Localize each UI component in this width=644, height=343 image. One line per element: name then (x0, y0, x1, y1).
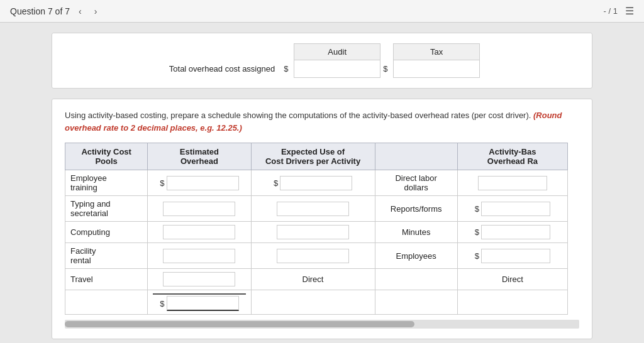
dollar-est-employee: $ (160, 178, 164, 188)
cell-rate-facility: $ (457, 243, 567, 269)
top-bar-right: - / 1 ☰ (604, 5, 634, 17)
activity-table-wrapper: Activity Cost Pools Estimated Overhead E… (65, 143, 579, 315)
input-rate-employee[interactable] (478, 176, 547, 190)
driver-facility: Employees (375, 243, 457, 269)
input-total[interactable] (167, 296, 239, 311)
input-rate-computing[interactable] (481, 225, 550, 239)
header-driver (375, 143, 457, 170)
scrollbar-thumb (65, 321, 414, 327)
input-rate-facility[interactable] (481, 249, 550, 263)
cell-est-computing (148, 222, 251, 243)
main-content: Audit Tax Total overhead cost assigned $… (0, 23, 644, 343)
audit-input[interactable] (296, 62, 378, 75)
input-exp-facility[interactable] (277, 249, 349, 263)
row-label-employee: Employeetraining (65, 170, 148, 196)
col-audit-header: Audit (294, 44, 380, 60)
page-info: - / 1 (604, 6, 618, 16)
table-row: Travel Direct Direct (65, 269, 568, 290)
dollar-rate-computing: $ (475, 227, 479, 237)
overhead-table: Audit Tax Total overhead cost assigned $… (164, 43, 480, 78)
driver-computing: Minutes (375, 222, 457, 243)
overhead-row-label: Total overhead cost assigned (164, 60, 281, 78)
dollar-sign-tax: $ (383, 64, 387, 74)
row-label-facility: Facilityrental (65, 243, 148, 269)
list-icon[interactable]: ☰ (625, 5, 634, 17)
table-row: Typing andsecretarial Reports/forms (65, 196, 568, 222)
question-title: Question 7 of 7 (10, 6, 70, 16)
top-bar-left: Question 7 of 7 ‹ › (10, 5, 101, 18)
activity-card: Using activity-based costing, prepare a … (52, 99, 592, 339)
dollar-rate-typing: $ (475, 204, 479, 214)
next-button[interactable]: › (91, 5, 101, 18)
activity-table: Activity Cost Pools Estimated Overhead E… (65, 143, 568, 315)
input-est-typing[interactable] (163, 202, 235, 216)
dollar-exp-employee: $ (274, 178, 278, 188)
row-label-travel: Travel (65, 269, 148, 290)
header-activity: Activity Cost Pools (65, 143, 148, 170)
cell-rate-computing: $ (457, 222, 567, 243)
row-label-typing: Typing andsecretarial (65, 196, 148, 222)
horizontal-scrollbar[interactable] (65, 320, 579, 329)
cell-rate-employee (457, 170, 567, 196)
table-row: Computing Minutes (65, 222, 568, 243)
input-est-employee[interactable] (167, 176, 239, 190)
cell-est-travel (148, 269, 251, 290)
cell-exp-travel: Direct (251, 269, 375, 290)
cell-exp-computing (251, 222, 375, 243)
cell-rate-travel: Direct (457, 269, 567, 290)
input-est-computing[interactable] (163, 225, 235, 239)
driver-travel (375, 269, 457, 290)
total-label (65, 290, 148, 315)
row-label-computing: Computing (65, 222, 148, 243)
tax-input[interactable] (396, 62, 477, 75)
top-bar: Question 7 of 7 ‹ › - / 1 ☰ (0, 0, 644, 23)
table-row: Employeetraining $ $ (65, 170, 568, 196)
prev-button[interactable]: ‹ (75, 5, 86, 18)
dollar-total: $ (160, 299, 164, 308)
cell-est-typing (148, 196, 251, 222)
header-rate: Activity-Bas Overhead Ra (457, 143, 567, 170)
cell-est-facility (148, 243, 251, 269)
dollar-rate-facility: $ (475, 251, 479, 261)
overhead-card: Audit Tax Total overhead cost assigned $… (52, 33, 592, 89)
cell-est-employee: $ (148, 170, 251, 196)
table-row: Facilityrental Employees (65, 243, 568, 269)
input-exp-computing[interactable] (277, 225, 349, 239)
cell-total-est: $ (148, 290, 251, 315)
input-est-travel[interactable] (163, 272, 235, 286)
cell-exp-facility (251, 243, 375, 269)
input-est-facility[interactable] (163, 249, 235, 263)
cell-rate-typing: $ (457, 196, 567, 222)
header-expected: Expected Use of Cost Drivers per Activit… (251, 143, 375, 170)
instructions: Using activity-based costing, prepare a … (65, 109, 579, 134)
input-exp-typing[interactable] (277, 202, 349, 216)
cell-exp-typing (251, 196, 375, 222)
instructions-main: Using activity-based costing, prepare a … (65, 111, 531, 120)
input-rate-typing[interactable] (481, 202, 550, 216)
header-estimated: Estimated Overhead (148, 143, 251, 170)
table-row-total: $ (65, 290, 568, 315)
driver-typing: Reports/forms (375, 196, 457, 222)
cell-exp-employee: $ (251, 170, 375, 196)
input-exp-employee[interactable] (280, 176, 352, 190)
dollar-sign-audit: $ (284, 64, 288, 74)
driver-employee: Direct labordollars (375, 170, 457, 196)
col-tax-header: Tax (394, 44, 480, 60)
